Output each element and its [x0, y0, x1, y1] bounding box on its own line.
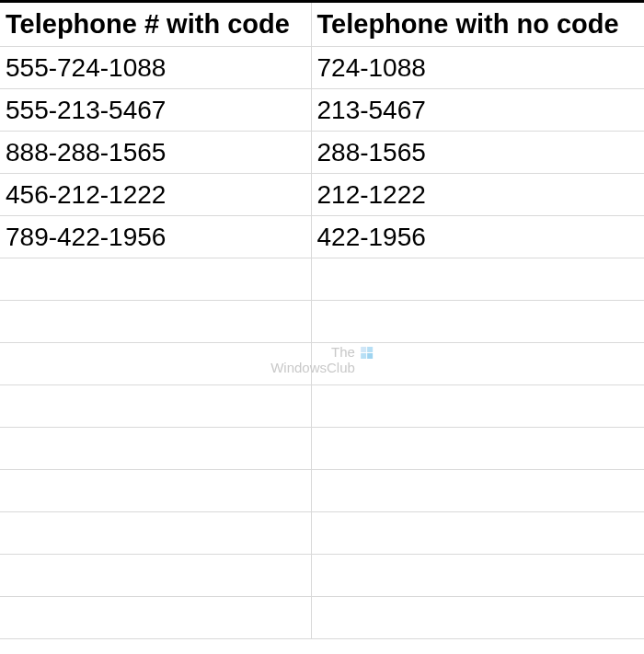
cell[interactable] [311, 343, 644, 385]
cell[interactable]: 288-1565 [311, 132, 644, 174]
table-row [0, 301, 644, 343]
table-row [0, 428, 644, 470]
table-row [0, 555, 644, 597]
table-row [0, 597, 644, 639]
cell[interactable] [311, 470, 644, 512]
column-header-no-code[interactable]: Telephone with no code [311, 2, 644, 47]
table-row [0, 385, 644, 428]
cell[interactable]: 789-422-1956 [0, 216, 311, 258]
cell[interactable] [0, 470, 311, 512]
cell[interactable] [0, 258, 311, 301]
cell[interactable] [311, 512, 644, 555]
column-header-with-code[interactable]: Telephone # with code [0, 2, 311, 47]
table-row: 555-213-5467 213-5467 [0, 89, 644, 132]
cell[interactable]: 456-212-1222 [0, 174, 311, 216]
table-row: 789-422-1956 422-1956 [0, 216, 644, 258]
table-row [0, 258, 644, 301]
cell[interactable] [0, 428, 311, 470]
cell[interactable]: 555-724-1088 [0, 47, 311, 89]
table-row [0, 470, 644, 512]
cell[interactable] [311, 258, 644, 301]
cell[interactable] [0, 555, 311, 597]
cell[interactable] [0, 343, 311, 385]
table-row: 456-212-1222 212-1222 [0, 174, 644, 216]
cell[interactable]: 422-1956 [311, 216, 644, 258]
cell[interactable] [0, 385, 311, 428]
cell[interactable] [0, 597, 311, 639]
table-row: 555-724-1088 724-1088 [0, 47, 644, 89]
cell[interactable]: 555-213-5467 [0, 89, 311, 132]
cell[interactable]: 213-5467 [311, 89, 644, 132]
cell[interactable] [311, 597, 644, 639]
cell[interactable]: 212-1222 [311, 174, 644, 216]
table-row: 888-288-1565 288-1565 [0, 132, 644, 174]
cell[interactable]: 888-288-1565 [0, 132, 311, 174]
cell[interactable] [311, 301, 644, 343]
table-row [0, 512, 644, 555]
cell[interactable] [0, 301, 311, 343]
cell[interactable] [311, 428, 644, 470]
table-row [0, 343, 644, 385]
cell[interactable]: 724-1088 [311, 47, 644, 89]
spreadsheet-table[interactable]: Telephone # with code Telephone with no … [0, 0, 644, 639]
cell[interactable] [311, 385, 644, 428]
cell[interactable] [0, 512, 311, 555]
table-header-row: Telephone # with code Telephone with no … [0, 2, 644, 47]
cell[interactable] [311, 555, 644, 597]
